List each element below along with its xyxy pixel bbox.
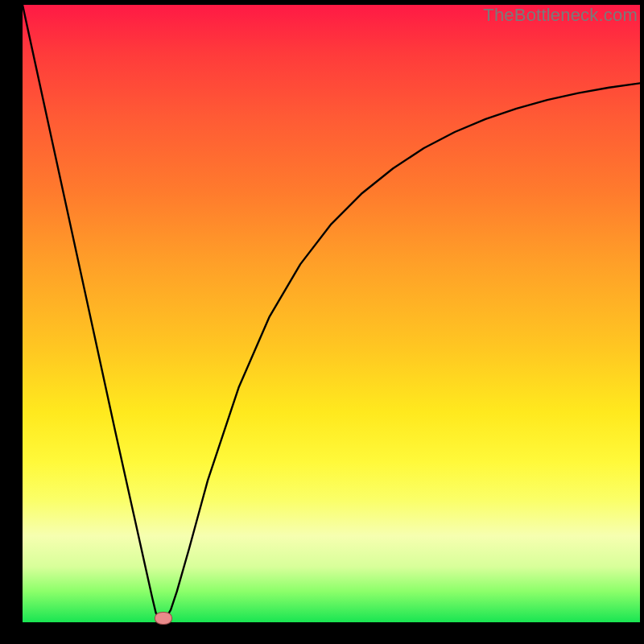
minimum-marker [155, 612, 172, 625]
plot-area [23, 5, 640, 622]
chart-frame: TheBottleneck.com [0, 0, 644, 644]
bottleneck-curve [23, 5, 640, 622]
attribution-text: TheBottleneck.com [483, 5, 638, 26]
curve-svg [23, 5, 640, 622]
